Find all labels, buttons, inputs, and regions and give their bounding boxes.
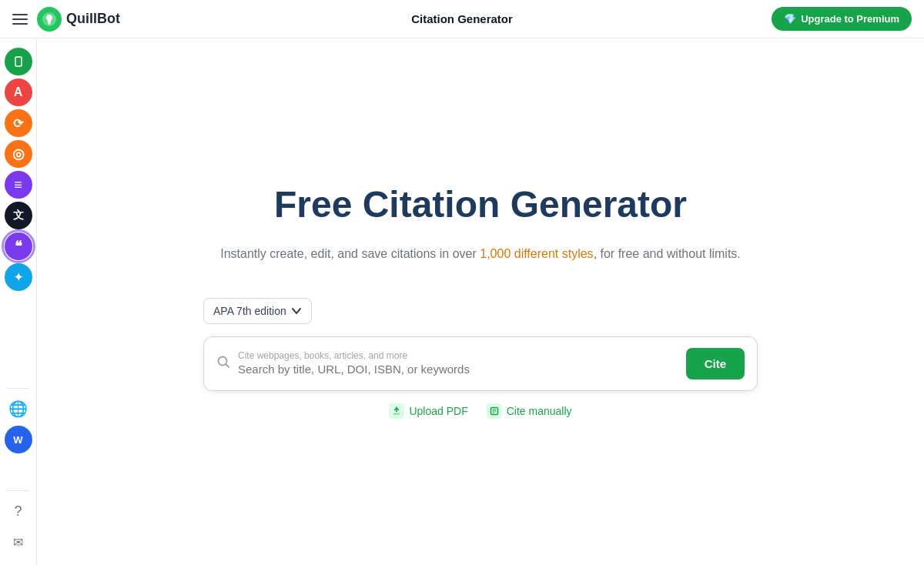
cite-manually-link[interactable]: Cite manually	[487, 403, 572, 419]
hamburger-menu[interactable]	[12, 12, 28, 27]
citation-box: Free Citation Generator Instantly create…	[203, 185, 758, 419]
svg-point-5	[219, 357, 227, 366]
cite-manually-label: Cite manually	[507, 405, 572, 417]
search-icon	[216, 355, 230, 372]
svg-line-6	[226, 365, 229, 368]
header: QuillBot Citation Generator 💎 Upgrade to…	[0, 0, 924, 38]
search-label: Cite webpages, books, articles, and more	[238, 350, 678, 361]
hero-title: Free Citation Generator	[203, 185, 758, 226]
svg-rect-2	[49, 23, 51, 24]
highlight-text: 1,000 different styles	[480, 247, 593, 260]
upload-pdf-link[interactable]: Upload PDF	[389, 403, 467, 419]
page-title: Citation Generator	[411, 12, 513, 25]
action-links: Upload PDF Cite manually	[203, 403, 758, 419]
svg-rect-4	[17, 56, 20, 58]
style-selector[interactable]: APA 7th edition	[203, 298, 312, 324]
sidebar-item-translator[interactable]: 文	[5, 202, 32, 229]
sidebar-item-mail[interactable]: ✉	[5, 528, 32, 556]
sidebar-bottom: 🌐 W 🖥 ? ✉	[5, 385, 32, 556]
sidebar-item-monitor[interactable]: 🖥	[5, 456, 32, 484]
sidebar-divider	[7, 388, 29, 389]
sidebar-item-word[interactable]: W	[5, 426, 32, 453]
sidebar-item-grammar[interactable]: A	[5, 79, 32, 106]
sidebar: A ⟳ ◎ ≡ 文 ❝ ✦ 🌐 W 🖥 ? ✉	[0, 38, 37, 565]
sidebar-item-clipboard[interactable]	[5, 48, 32, 75]
diamond-icon: 💎	[784, 13, 796, 25]
search-container: Cite webpages, books, articles, and more…	[203, 336, 758, 391]
hero-subtitle: Instantly create, edit, and save citatio…	[203, 247, 758, 261]
logo-text: QuillBot	[66, 11, 120, 27]
sidebar-item-paraphrase[interactable]: ⟳	[5, 109, 32, 137]
upgrade-label: Upgrade to Premium	[801, 13, 899, 25]
logo-icon	[37, 7, 62, 32]
style-label: APA 7th edition	[213, 305, 286, 317]
cite-button[interactable]: Cite	[686, 348, 745, 379]
upload-pdf-label: Upload PDF	[409, 405, 467, 417]
search-input[interactable]	[238, 363, 678, 376]
sidebar-item-summarizer[interactable]: ◎	[5, 140, 32, 168]
upgrade-button[interactable]: 💎 Upgrade to Premium	[772, 7, 912, 31]
sidebar-item-flow[interactable]: ≡	[5, 171, 32, 199]
svg-rect-1	[48, 22, 51, 24]
upload-pdf-icon	[389, 403, 404, 419]
sidebar-item-help[interactable]: ?	[5, 497, 32, 525]
search-content: Cite webpages, books, articles, and more	[238, 350, 678, 376]
main-content: Free Citation Generator Instantly create…	[37, 38, 924, 565]
sidebar-item-compass[interactable]: ✦	[5, 263, 32, 291]
sidebar-item-citation[interactable]: ❝	[5, 232, 32, 260]
svg-rect-3	[15, 57, 22, 66]
sidebar-divider-2	[7, 490, 29, 491]
header-left: QuillBot	[12, 7, 120, 32]
chevron-down-icon	[291, 306, 302, 316]
cite-manually-icon	[487, 403, 502, 419]
logo[interactable]: QuillBot	[37, 7, 120, 32]
sidebar-item-chrome[interactable]: 🌐	[5, 395, 32, 423]
